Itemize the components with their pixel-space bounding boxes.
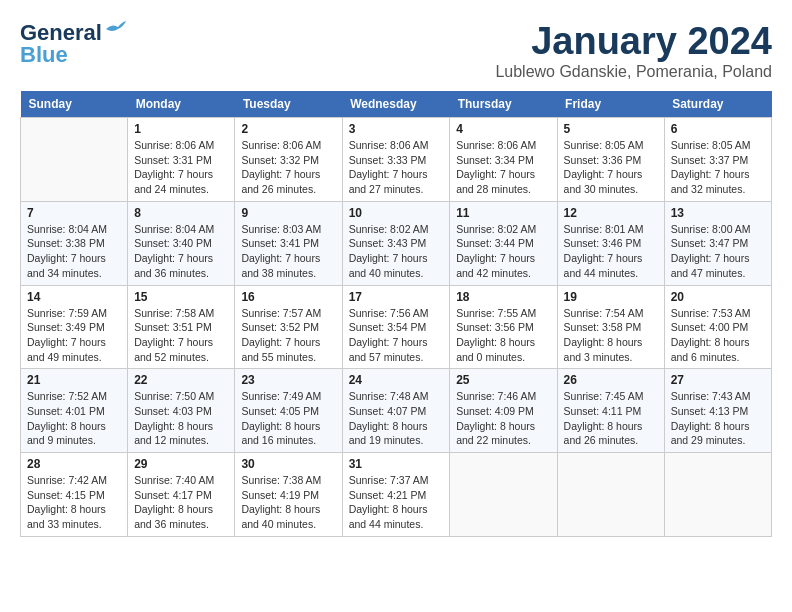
title-section: January 2024 Lublewo Gdanskie, Pomerania… <box>495 20 772 81</box>
day-info: Sunrise: 7:55 AM Sunset: 3:56 PM Dayligh… <box>456 306 550 365</box>
day-info: Sunrise: 7:48 AM Sunset: 4:07 PM Dayligh… <box>349 389 444 448</box>
day-number: 17 <box>349 290 444 304</box>
table-row: 19Sunrise: 7:54 AM Sunset: 3:58 PM Dayli… <box>557 285 664 369</box>
day-info: Sunrise: 8:01 AM Sunset: 3:46 PM Dayligh… <box>564 222 658 281</box>
calendar-week-row: 21Sunrise: 7:52 AM Sunset: 4:01 PM Dayli… <box>21 369 772 453</box>
day-number: 15 <box>134 290 228 304</box>
day-info: Sunrise: 7:49 AM Sunset: 4:05 PM Dayligh… <box>241 389 335 448</box>
day-number: 19 <box>564 290 658 304</box>
day-number: 13 <box>671 206 765 220</box>
table-row: 8Sunrise: 8:04 AM Sunset: 3:40 PM Daylig… <box>128 201 235 285</box>
day-info: Sunrise: 8:02 AM Sunset: 3:44 PM Dayligh… <box>456 222 550 281</box>
table-row: 4Sunrise: 8:06 AM Sunset: 3:34 PM Daylig… <box>450 118 557 202</box>
day-number: 26 <box>564 373 658 387</box>
table-row: 16Sunrise: 7:57 AM Sunset: 3:52 PM Dayli… <box>235 285 342 369</box>
table-row: 7Sunrise: 8:04 AM Sunset: 3:38 PM Daylig… <box>21 201 128 285</box>
day-info: Sunrise: 8:05 AM Sunset: 3:37 PM Dayligh… <box>671 138 765 197</box>
table-row: 20Sunrise: 7:53 AM Sunset: 4:00 PM Dayli… <box>664 285 771 369</box>
day-number: 10 <box>349 206 444 220</box>
calendar-table: Sunday Monday Tuesday Wednesday Thursday… <box>20 91 772 537</box>
table-row: 9Sunrise: 8:03 AM Sunset: 3:41 PM Daylig… <box>235 201 342 285</box>
table-row <box>664 453 771 537</box>
day-info: Sunrise: 7:57 AM Sunset: 3:52 PM Dayligh… <box>241 306 335 365</box>
subtitle: Lublewo Gdanskie, Pomerania, Poland <box>495 63 772 81</box>
day-number: 30 <box>241 457 335 471</box>
logo-blue-text: Blue <box>20 42 68 68</box>
table-row <box>557 453 664 537</box>
day-info: Sunrise: 7:43 AM Sunset: 4:13 PM Dayligh… <box>671 389 765 448</box>
main-title: January 2024 <box>495 20 772 63</box>
table-row: 29Sunrise: 7:40 AM Sunset: 4:17 PM Dayli… <box>128 453 235 537</box>
day-number: 16 <box>241 290 335 304</box>
day-number: 21 <box>27 373 121 387</box>
day-info: Sunrise: 8:06 AM Sunset: 3:34 PM Dayligh… <box>456 138 550 197</box>
day-info: Sunrise: 7:52 AM Sunset: 4:01 PM Dayligh… <box>27 389 121 448</box>
table-row: 28Sunrise: 7:42 AM Sunset: 4:15 PM Dayli… <box>21 453 128 537</box>
header-wednesday: Wednesday <box>342 91 450 118</box>
day-number: 25 <box>456 373 550 387</box>
table-row: 17Sunrise: 7:56 AM Sunset: 3:54 PM Dayli… <box>342 285 450 369</box>
logo-bird-icon <box>104 21 126 37</box>
day-number: 4 <box>456 122 550 136</box>
calendar-week-row: 28Sunrise: 7:42 AM Sunset: 4:15 PM Dayli… <box>21 453 772 537</box>
day-number: 22 <box>134 373 228 387</box>
logo: General Blue <box>20 20 126 68</box>
header-tuesday: Tuesday <box>235 91 342 118</box>
day-number: 3 <box>349 122 444 136</box>
table-row <box>450 453 557 537</box>
day-info: Sunrise: 7:42 AM Sunset: 4:15 PM Dayligh… <box>27 473 121 532</box>
day-info: Sunrise: 8:00 AM Sunset: 3:47 PM Dayligh… <box>671 222 765 281</box>
calendar-week-row: 14Sunrise: 7:59 AM Sunset: 3:49 PM Dayli… <box>21 285 772 369</box>
day-number: 9 <box>241 206 335 220</box>
day-number: 14 <box>27 290 121 304</box>
day-info: Sunrise: 7:56 AM Sunset: 3:54 PM Dayligh… <box>349 306 444 365</box>
day-info: Sunrise: 8:06 AM Sunset: 3:33 PM Dayligh… <box>349 138 444 197</box>
table-row: 14Sunrise: 7:59 AM Sunset: 3:49 PM Dayli… <box>21 285 128 369</box>
day-number: 7 <box>27 206 121 220</box>
calendar-week-row: 7Sunrise: 8:04 AM Sunset: 3:38 PM Daylig… <box>21 201 772 285</box>
day-number: 23 <box>241 373 335 387</box>
day-info: Sunrise: 8:02 AM Sunset: 3:43 PM Dayligh… <box>349 222 444 281</box>
day-number: 24 <box>349 373 444 387</box>
table-row: 30Sunrise: 7:38 AM Sunset: 4:19 PM Dayli… <box>235 453 342 537</box>
day-info: Sunrise: 7:54 AM Sunset: 3:58 PM Dayligh… <box>564 306 658 365</box>
table-row: 18Sunrise: 7:55 AM Sunset: 3:56 PM Dayli… <box>450 285 557 369</box>
table-row: 25Sunrise: 7:46 AM Sunset: 4:09 PM Dayli… <box>450 369 557 453</box>
table-row: 21Sunrise: 7:52 AM Sunset: 4:01 PM Dayli… <box>21 369 128 453</box>
table-row: 2Sunrise: 8:06 AM Sunset: 3:32 PM Daylig… <box>235 118 342 202</box>
table-row: 10Sunrise: 8:02 AM Sunset: 3:43 PM Dayli… <box>342 201 450 285</box>
table-row: 23Sunrise: 7:49 AM Sunset: 4:05 PM Dayli… <box>235 369 342 453</box>
day-number: 29 <box>134 457 228 471</box>
day-info: Sunrise: 8:06 AM Sunset: 3:31 PM Dayligh… <box>134 138 228 197</box>
day-info: Sunrise: 7:40 AM Sunset: 4:17 PM Dayligh… <box>134 473 228 532</box>
header-thursday: Thursday <box>450 91 557 118</box>
table-row <box>21 118 128 202</box>
day-info: Sunrise: 7:58 AM Sunset: 3:51 PM Dayligh… <box>134 306 228 365</box>
day-number: 18 <box>456 290 550 304</box>
day-info: Sunrise: 7:59 AM Sunset: 3:49 PM Dayligh… <box>27 306 121 365</box>
day-info: Sunrise: 8:06 AM Sunset: 3:32 PM Dayligh… <box>241 138 335 197</box>
table-row: 24Sunrise: 7:48 AM Sunset: 4:07 PM Dayli… <box>342 369 450 453</box>
day-number: 1 <box>134 122 228 136</box>
calendar-week-row: 1Sunrise: 8:06 AM Sunset: 3:31 PM Daylig… <box>21 118 772 202</box>
table-row: 15Sunrise: 7:58 AM Sunset: 3:51 PM Dayli… <box>128 285 235 369</box>
table-row: 13Sunrise: 8:00 AM Sunset: 3:47 PM Dayli… <box>664 201 771 285</box>
day-number: 11 <box>456 206 550 220</box>
day-number: 20 <box>671 290 765 304</box>
table-row: 22Sunrise: 7:50 AM Sunset: 4:03 PM Dayli… <box>128 369 235 453</box>
day-number: 28 <box>27 457 121 471</box>
day-number: 31 <box>349 457 444 471</box>
day-info: Sunrise: 7:53 AM Sunset: 4:00 PM Dayligh… <box>671 306 765 365</box>
day-info: Sunrise: 8:05 AM Sunset: 3:36 PM Dayligh… <box>564 138 658 197</box>
day-number: 12 <box>564 206 658 220</box>
day-info: Sunrise: 7:45 AM Sunset: 4:11 PM Dayligh… <box>564 389 658 448</box>
header-sunday: Sunday <box>21 91 128 118</box>
table-row: 26Sunrise: 7:45 AM Sunset: 4:11 PM Dayli… <box>557 369 664 453</box>
day-info: Sunrise: 8:03 AM Sunset: 3:41 PM Dayligh… <box>241 222 335 281</box>
day-number: 2 <box>241 122 335 136</box>
day-info: Sunrise: 7:46 AM Sunset: 4:09 PM Dayligh… <box>456 389 550 448</box>
table-row: 11Sunrise: 8:02 AM Sunset: 3:44 PM Dayli… <box>450 201 557 285</box>
day-number: 8 <box>134 206 228 220</box>
page-header: General Blue January 2024 Lublewo Gdansk… <box>20 20 772 81</box>
header-friday: Friday <box>557 91 664 118</box>
